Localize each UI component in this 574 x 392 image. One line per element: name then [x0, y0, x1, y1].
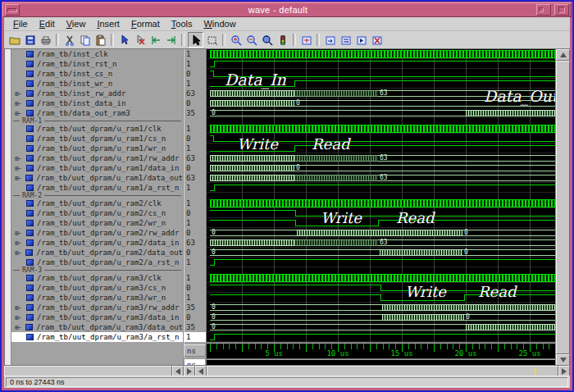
break-icon[interactable] [370, 33, 384, 47]
expand-icon[interactable]: ⊞- [15, 314, 26, 321]
zoom-mode-icon[interactable] [205, 33, 219, 47]
waveform-row[interactable] [207, 183, 555, 193]
minimize-button[interactable] [536, 4, 551, 16]
signal-name-row[interactable]: ⊞-/ram_tb/uut_dpram/u_ram2/data_out [11, 248, 183, 258]
waveform-row[interactable]: 0 [207, 322, 555, 332]
waveform-row[interactable] [207, 124, 555, 134]
signal-name-row[interactable]: /ram_tb/uut_dpram/u_ram3/cs_n [11, 283, 183, 293]
menu-file[interactable]: File [7, 18, 34, 30]
expand-icon[interactable]: ⊞- [15, 175, 25, 182]
menu-insert[interactable]: Insert [91, 18, 125, 30]
zoom-out-icon[interactable] [244, 33, 258, 47]
stop-icon[interactable] [276, 33, 289, 47]
expand-icon[interactable]: ⊞- [15, 304, 26, 312]
run-all-icon[interactable] [339, 33, 353, 47]
prev-transition-icon[interactable] [148, 33, 162, 47]
expand-icon[interactable]: ⊞- [15, 100, 26, 107]
expand-icon[interactable]: ⊞- [15, 239, 26, 247]
waveform-row[interactable]: 0 [207, 303, 555, 312]
expand-icon[interactable]: ⊞- [15, 230, 26, 237]
signal-name-row[interactable]: /ram_tb/uut_dpram/u_ram1/clk [11, 124, 183, 134]
restart-icon[interactable] [299, 33, 313, 47]
time-ruler[interactable]: 5 us10 us15 us20 us25 us [207, 344, 555, 358]
continue-run-icon[interactable] [354, 33, 368, 47]
zoom-in-icon[interactable] [229, 33, 243, 47]
waveform-row[interactable] [207, 273, 555, 283]
signal-name-row[interactable]: /ram_tb/uut_dpram/u_ram2/cs_n [11, 208, 183, 218]
select-mode-icon[interactable] [188, 32, 203, 48]
expand-icon[interactable]: ⊞- [15, 90, 26, 98]
waveform-row[interactable] [207, 258, 555, 267]
waveform-row[interactable] [207, 59, 555, 69]
waveform-row[interactable]: 0 [207, 163, 555, 173]
status-bar: 0 ns to 27443 ns [4, 376, 570, 388]
signal-name-row[interactable]: ⊞-/ram_tb/uut_dpram/u_ram1/data_out [11, 173, 183, 183]
run-icon[interactable] [323, 33, 337, 47]
signal-name-row[interactable]: ⊞-/ram_tb/inst_data_in [11, 98, 183, 108]
vertical-scrollbar-thumb[interactable] [556, 61, 570, 354]
signal-name-row[interactable]: /ram_tb/uut_dpram/u_ram1/wr_n [11, 144, 183, 153]
expand-icon[interactable]: ⊞- [15, 249, 25, 257]
menu-format[interactable]: Format [125, 18, 166, 30]
menu-view[interactable]: View [61, 18, 92, 30]
maximize-button[interactable] [554, 4, 569, 16]
signal-name-row[interactable]: /ram_tb/uut_dpram/u_ram3/wr_n [11, 293, 183, 303]
title-bar[interactable]: wave - default [2, 2, 572, 17]
copy-icon[interactable] [78, 33, 92, 47]
cut-icon[interactable] [62, 33, 76, 47]
waveform-lanes[interactable]: 6300630630063000000Data_InData_OutWriteR… [207, 49, 555, 343]
signal-name-row[interactable]: /ram_tb/uut_dpram/u_ram3/a_rst_n [11, 332, 183, 342]
waveform-row[interactable]: 63 [207, 173, 555, 183]
signal-name-row[interactable]: /ram_tb/uut_dpram/u_ram2/wr_n [11, 218, 183, 228]
expand-icon[interactable]: ⊞- [15, 110, 26, 117]
expand-icon[interactable]: ⊞- [15, 165, 26, 172]
expand-icon[interactable]: ⊞- [15, 324, 25, 331]
scroll-up-button[interactable] [556, 49, 570, 61]
vertical-scrollbar-trough[interactable] [556, 61, 570, 354]
waveform-pane[interactable]: 6300630630063000000Data_InData_OutWriteR… [206, 49, 555, 366]
waveform-row[interactable] [207, 208, 555, 218]
waveform-row[interactable]: 63 [207, 153, 555, 163]
signal-name-row[interactable]: ⊞-/ram_tb/uut_dpram/u_ram2/rw_addr [11, 228, 183, 238]
waveform-row[interactable]: 00 [207, 312, 555, 322]
menu-tools[interactable]: Tools [166, 18, 198, 30]
waveform-row[interactable]: 63 [207, 238, 555, 248]
add-cursor-icon[interactable] [117, 33, 131, 47]
paste-icon[interactable] [93, 33, 107, 47]
signal-name-row[interactable]: ⊞-/ram_tb/uut_dpram/u_ram2/data_in [11, 238, 183, 248]
next-transition-icon[interactable] [164, 33, 178, 47]
signal-name-row[interactable]: /ram_tb/inst_clk [11, 49, 183, 59]
signal-name-row[interactable]: ⊞-/ram_tb/uut_dpram/u_ram3/data_in [11, 312, 183, 322]
signal-name-row[interactable]: /ram_tb/uut_dpram/u_ram1/cs_n [11, 134, 183, 144]
signal-name-row[interactable]: /ram_tb/inst_wr_n [11, 79, 183, 89]
signal-name-row[interactable]: ⊞-/ram_tb/uut_dpram/u_ram3/rw_addr [11, 303, 183, 312]
signal-name-row[interactable]: ⊞-/ram_tb/uut_dpram/u_ram1/data_in [11, 163, 183, 173]
signal-names-pane[interactable]: /ram_tb/inst_clk/ram_tb/inst_rst_n/ram_t… [11, 49, 183, 366]
waveform-row[interactable]: 0 [207, 108, 555, 118]
waveform-row[interactable]: 00 [207, 248, 555, 258]
signal-name-row[interactable]: ⊞-/ram_tb/uut_dpram/u_ram1/rw_addr [11, 153, 183, 163]
save-icon[interactable] [23, 33, 37, 47]
expand-icon[interactable]: ⊞- [15, 155, 26, 162]
waveform-row[interactable]: 00 [207, 228, 555, 238]
waveform-row[interactable] [207, 218, 555, 228]
bus-value-label: 63 [380, 156, 388, 161]
waveform-row[interactable] [207, 198, 555, 208]
waveform-row[interactable] [207, 332, 555, 342]
signal-name-row[interactable]: ⊞-/ram_tb/uut_dpram/u_ram3/data_out [11, 322, 183, 332]
vertical-scrollbar[interactable] [555, 49, 570, 366]
menu-edit[interactable]: Edit [34, 18, 61, 30]
signal-name-row[interactable]: /ram_tb/uut_dpram/u_ram2/clk [11, 198, 183, 208]
signal-name-row[interactable]: /ram_tb/inst_cs_n [11, 69, 183, 79]
print-icon[interactable] [39, 33, 52, 47]
scroll-down-button[interactable] [556, 354, 570, 366]
open-icon[interactable] [7, 33, 21, 47]
window-menu-button[interactable] [5, 4, 20, 16]
signal-name-row[interactable]: /ram_tb/inst_rst_n [11, 59, 183, 69]
zoom-full-icon[interactable] [260, 33, 274, 47]
delete-cursor-icon[interactable] [133, 33, 147, 47]
menu-window[interactable]: Window [198, 18, 241, 30]
signal-name-row[interactable]: /ram_tb/uut_dpram/u_ram3/clk [11, 273, 183, 283]
waveform-row[interactable] [207, 49, 555, 59]
signal-name-row[interactable]: ⊞-/ram_tb/inst_rw_addr [11, 89, 183, 98]
